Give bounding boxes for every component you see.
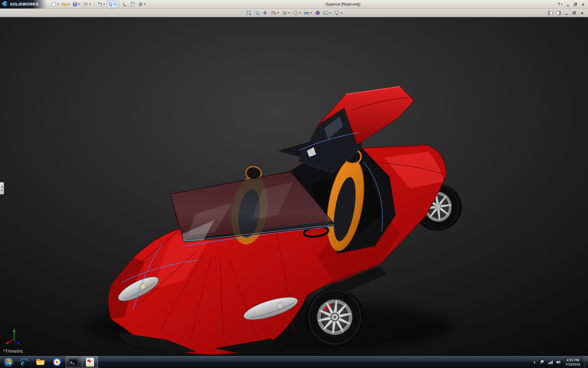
action-center-button[interactable] [538,360,546,365]
orientation-triad [4,328,24,347]
folder-icon [36,357,45,367]
solidworks-logo: SOLIDWORKS [0,0,47,9]
edit-appearance-button[interactable] [314,9,322,17]
new-document-icon [51,2,56,7]
solidworks-2015-icon: 2015 [85,358,95,367]
dropdown-caret-icon [288,12,290,13]
view-toolbar: × [0,9,588,17]
dropdown-caret-icon [89,4,91,5]
pane-left-button[interactable] [547,10,554,16]
taskbar-internet-explorer-button[interactable]: e [16,356,32,368]
previous-view-button[interactable] [261,9,269,17]
restore-window-button[interactable] [572,2,579,7]
zoom-to-fit-icon [246,10,251,16]
help-glyph: ? [558,2,560,6]
taskbar-clock[interactable]: 4:01 PM 7/13/2015 [562,358,584,366]
graphics-viewport[interactable]: *Trimetric [0,17,588,356]
featuremanager-collapsed-tab[interactable] [0,182,4,194]
volume-button[interactable] [554,360,562,365]
close-icon: × [581,11,584,15]
network-status-button[interactable] [546,360,554,365]
select-button[interactable] [107,1,117,8]
dropdown-caret-icon [103,4,105,5]
save-button[interactable] [71,1,81,8]
minimize-document-button[interactable] [563,10,570,16]
eyeglasses-icon [304,10,309,16]
restore-icon [572,11,576,15]
taskbar-media-player-button[interactable] [49,356,65,368]
heads-up-toolbar [245,9,344,17]
print-button[interactable] [82,1,92,8]
ie-letter: e [21,358,24,367]
open-folder-icon [62,2,67,7]
show-desktop-button[interactable] [584,356,588,368]
close-window-button[interactable]: × [580,2,586,7]
window-title: Supercar [Read-only] [326,0,360,9]
titlebar: SOLIDWORKS [0,0,588,9]
zoom-to-fit-button[interactable] [245,9,253,17]
view-orientation-label: *Trimetric [3,348,23,354]
taskbar-solidworks-button[interactable]: 2015 [82,356,98,368]
volume-icon [556,360,561,365]
help-button[interactable]: ? [557,2,564,7]
pane-right-icon [556,11,561,15]
section-view-button[interactable] [270,9,280,17]
minimize-icon [565,14,568,15]
undo-button[interactable] [96,1,106,8]
file-properties-button[interactable] [129,1,136,8]
3ds-logo-icon [2,1,8,7]
taskbar-windows-explorer-button[interactable] [32,356,48,368]
dropdown-caret-icon [330,12,331,13]
zoom-to-area-button[interactable] [253,9,261,17]
minimize-window-button[interactable] [564,2,571,7]
solidworks-badge: 2015 [87,363,93,366]
apply-scene-button[interactable] [322,9,333,17]
instant3d-icon [122,2,127,7]
dropdown-caret-icon [299,12,301,13]
toolbar-separator [119,1,119,7]
save-icon [73,2,77,7]
toolbar-separator [94,1,94,7]
restore-document-button[interactable] [571,10,578,16]
taskbar-command-prompt-button[interactable] [66,356,81,368]
clock-time: 4:01 PM [565,358,580,362]
restore-icon [574,2,577,6]
scene-icon [323,10,329,16]
dropdown-caret-icon [114,4,116,5]
view-cube-icon [282,10,287,16]
dropdown-caret-icon [144,4,146,5]
flag-icon [540,360,545,365]
dropdown-caret-icon [57,4,59,5]
dropdown-caret-icon [561,4,563,5]
view-orientation-button[interactable] [281,9,291,17]
undo-icon [97,2,102,7]
start-button[interactable] [1,356,16,368]
dropdown-caret-icon [310,12,312,13]
solidworks-window: SOLIDWORKS [0,0,588,368]
triad-axes-icon [4,328,24,347]
display-style-icon [293,10,298,16]
supercar-3d-model [0,17,588,356]
options-button[interactable] [137,1,147,8]
appearance-ball-icon [315,10,320,16]
pane-right-button[interactable] [555,10,562,16]
tray-expand-button[interactable]: ▲ [530,360,538,364]
dropdown-caret-icon [341,12,342,13]
display-style-button[interactable] [292,9,302,17]
document-window-controls: × [547,9,586,17]
close-document-button[interactable]: × [579,10,586,16]
view-settings-button[interactable] [333,9,344,17]
clock-date: 7/13/2015 [565,362,580,366]
instant3d-button[interactable] [121,1,128,8]
hide-show-items-button[interactable] [303,9,313,17]
chevron-right-icon [1,189,3,191]
properties-sheet-icon [130,2,135,7]
network-icon [548,360,553,365]
dropdown-caret-icon [68,4,70,5]
new-document-button[interactable] [50,1,60,8]
close-icon: × [582,2,585,7]
zoom-to-area-icon [254,10,260,16]
main-toolbar [50,1,147,8]
open-button[interactable] [61,1,71,8]
gear-icon [138,2,143,7]
